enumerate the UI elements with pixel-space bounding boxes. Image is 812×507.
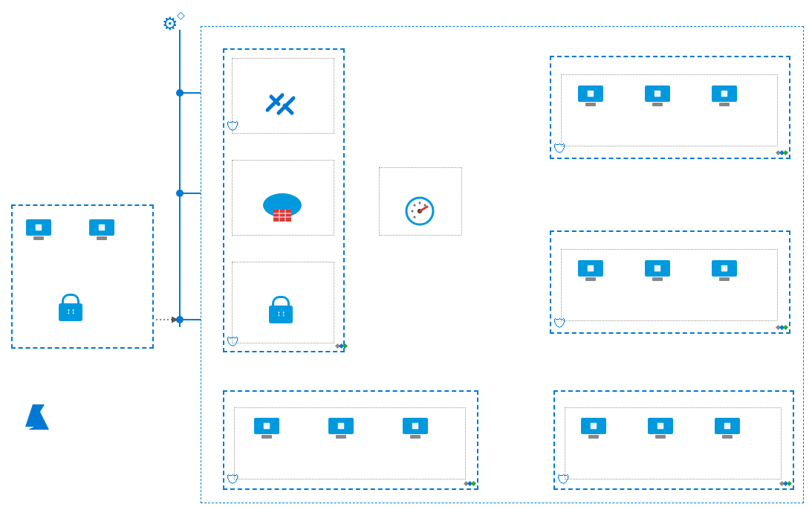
shield-icon: 🛡 <box>553 141 567 157</box>
svg-rect-14 <box>273 210 291 222</box>
svg-point-24 <box>414 204 416 207</box>
peering-icon <box>336 340 348 352</box>
shield-icon: 🛡 <box>553 316 567 332</box>
monitor-icon <box>403 195 436 230</box>
firewall-icon <box>262 189 303 229</box>
vm-block <box>26 219 51 245</box>
vm-icon <box>89 219 114 240</box>
svg-point-6 <box>176 316 183 323</box>
lock-icon: ↕ ↕ <box>56 294 85 323</box>
gateway-icon: ↕ ↕ <box>266 296 296 326</box>
vm-block <box>89 219 114 245</box>
svg-point-22 <box>414 216 416 219</box>
vm-icon <box>26 219 51 240</box>
bastion-icon <box>264 89 298 122</box>
shield-icon: 🛡 <box>227 472 240 488</box>
svg-line-21 <box>420 207 427 211</box>
shield-icon: 🛡 <box>227 335 240 350</box>
svg-point-26 <box>424 204 426 207</box>
shield-icon: 🛡 <box>557 472 571 488</box>
svg-point-4 <box>176 190 183 197</box>
avnm-icon: ⚙ <box>162 13 178 34</box>
svg-point-23 <box>412 210 414 213</box>
azure-logo <box>22 401 53 436</box>
svg-point-25 <box>419 202 421 204</box>
svg-point-2 <box>176 89 183 97</box>
shield-icon: 🛡 <box>227 119 240 135</box>
